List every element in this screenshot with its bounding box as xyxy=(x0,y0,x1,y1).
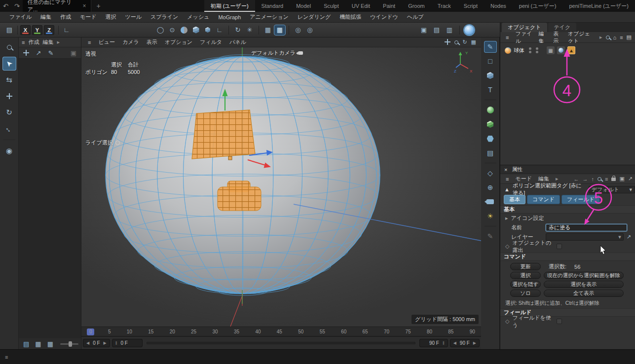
workplane-icon[interactable]: ∟ xyxy=(214,25,225,35)
light-object-icon[interactable]: ☀ xyxy=(484,210,497,222)
exposure-checkbox[interactable] xyxy=(557,244,562,249)
list-view-icon[interactable]: ▤ xyxy=(21,339,31,349)
layout-tab[interactable]: Paint xyxy=(376,0,402,12)
attr-menu-mode[interactable]: モード xyxy=(512,175,535,182)
texture-mode-icon[interactable] xyxy=(202,25,213,35)
pen-icon[interactable]: ✎ xyxy=(45,48,56,58)
layer-dropdown[interactable]: ▾ xyxy=(546,233,624,241)
material-pen-icon[interactable]: ✎ xyxy=(484,230,497,242)
range-grip-icon[interactable]: ‖ xyxy=(115,341,117,346)
preset-dropdown[interactable]: デフォルト ▾ xyxy=(589,186,635,193)
add-tab-button[interactable]: + xyxy=(91,2,105,10)
layout-tab[interactable]: peniTimeLine (ユーザー) xyxy=(562,0,635,12)
make-editable-icon[interactable] xyxy=(179,25,189,35)
vp-menu-camera[interactable]: カメラ xyxy=(119,38,143,46)
view-options-icon[interactable]: ▤ xyxy=(627,34,632,40)
deformer-icon[interactable]: ◇ xyxy=(484,167,497,179)
spline-pen-icon[interactable]: ✎ xyxy=(484,41,497,53)
visibility-dots[interactable] xyxy=(529,47,531,53)
use-fields-checkbox[interactable] xyxy=(557,319,562,324)
camera-label[interactable]: デフォルトカメラ xyxy=(251,49,303,57)
menu-edit[interactable]: 編集 xyxy=(36,13,56,21)
model-mode-icon[interactable] xyxy=(190,25,201,35)
deselect-button[interactable]: 現在の選択から選択範囲を解除 xyxy=(544,272,624,279)
menu-tools[interactable]: ツール xyxy=(121,13,147,21)
render-dots[interactable] xyxy=(536,47,538,53)
layer-picker-icon[interactable]: ↗ xyxy=(627,234,631,240)
axis-x-button[interactable]: X xyxy=(20,25,31,35)
close-icon[interactable]: × xyxy=(504,167,507,173)
vp-menu-options[interactable]: オプション xyxy=(161,38,196,46)
hide-selection-button[interactable]: 選択を隠す xyxy=(510,281,541,288)
target-icon[interactable]: ◎ xyxy=(293,25,303,35)
panel-menu-edit[interactable]: 編集 xyxy=(42,38,53,46)
film-view-icon[interactable]: ▦ xyxy=(45,339,55,349)
layout-tab[interactable]: Sculpt xyxy=(317,0,345,12)
object-tree[interactable]: 球体 ▦ ▲ xyxy=(500,43,635,165)
filter-icon[interactable]: ≡ xyxy=(620,35,623,40)
document-tab[interactable]: 任意の面にマテリア... × xyxy=(23,0,92,12)
environment-globe-icon[interactable]: ⊕ xyxy=(484,182,497,193)
chevron-right-icon[interactable]: ▸ xyxy=(57,39,60,45)
forward-icon[interactable]: → xyxy=(582,176,588,182)
name-input[interactable]: 赤に塗る xyxy=(546,224,627,231)
timeline-start-field[interactable]: ◀ 0 F ▶ xyxy=(83,339,110,347)
icon-settings-row[interactable]: ▸ アイコン設定 xyxy=(500,214,635,223)
attr-menu-edit[interactable]: 編集 xyxy=(535,175,552,182)
polygon-selection-tag-icon[interactable]: ▲ xyxy=(567,46,575,54)
layout-tab[interactable]: Nodes xyxy=(484,0,513,12)
home-icon[interactable]: ⌂ xyxy=(613,35,617,40)
layout-tab[interactable]: peni (ユーザー) xyxy=(513,0,563,12)
undo-icon[interactable]: ↶ xyxy=(0,2,11,10)
rotate-view-icon[interactable]: ↻ xyxy=(462,39,467,45)
chevron-right-icon[interactable]: ▸ xyxy=(553,176,561,182)
step-left-icon[interactable]: ◀ xyxy=(453,341,456,345)
menu-render[interactable]: レンダリング xyxy=(293,13,336,21)
popout-icon[interactable]: ↗ xyxy=(628,176,633,182)
scale-slider[interactable] xyxy=(60,343,78,345)
filter-icon[interactable]: ≡ xyxy=(605,176,608,182)
vp-menu-display[interactable]: 表示 xyxy=(143,38,161,46)
layout-tab[interactable]: Groom xyxy=(402,0,431,12)
interactive-render-sphere-icon[interactable] xyxy=(464,25,474,35)
vp-menu-panel[interactable]: パネル xyxy=(226,38,250,46)
step-right-icon[interactable]: ▶ xyxy=(104,341,107,345)
om-menu-view[interactable]: 表示 xyxy=(550,30,564,45)
layout-tab[interactable]: Track xyxy=(431,0,457,12)
tab-command[interactable]: コマンド xyxy=(527,195,560,204)
scale-tool-icon[interactable]: ↔ xyxy=(2,122,16,136)
snap-on-icon[interactable]: ▦ xyxy=(274,25,285,35)
render-settings-icon[interactable]: ▥ xyxy=(444,25,455,35)
viewport[interactable]: 透視 デフォルトカメラ 選択合計 ポリゴン805000 ライブ選択 グリッド間隔… xyxy=(81,47,481,327)
zoom-view-icon[interactable] xyxy=(454,39,458,45)
redo-icon[interactable]: ↷ xyxy=(11,2,23,10)
volume-icon[interactable] xyxy=(484,133,497,145)
current-frame-field[interactable]: ‖ 0 F xyxy=(112,339,143,347)
layout-tab[interactable]: Script xyxy=(457,0,484,12)
vp-menu-view[interactable]: ビュー xyxy=(95,38,118,46)
simulation-sphere-icon[interactable] xyxy=(484,104,497,116)
search-icon[interactable] xyxy=(606,35,610,40)
render-view-icon[interactable]: ▣ xyxy=(418,25,429,35)
lock-icon[interactable] xyxy=(611,176,616,182)
object-row[interactable]: 球体 ▦ ▲ xyxy=(500,45,635,55)
live-selection-tool[interactable]: ➤ xyxy=(2,57,16,71)
ring-tool-icon[interactable]: ◯ xyxy=(155,25,166,35)
layout-tab[interactable]: 初期 (ユーザー) xyxy=(204,0,255,12)
show-selection-button[interactable]: 選択を表示 xyxy=(544,281,624,288)
select-button[interactable]: 選択 xyxy=(510,272,541,279)
axis-y-button[interactable]: Y xyxy=(32,25,42,35)
camera-object-icon[interactable] xyxy=(484,196,497,208)
pan-view-icon[interactable] xyxy=(445,39,450,46)
modeling-axis-icon[interactable]: ◉ xyxy=(2,144,16,158)
show-all-button[interactable]: 全て表示 xyxy=(544,290,624,297)
update-button[interactable]: 更新 xyxy=(510,263,541,270)
hamburger-icon[interactable]: ≡ xyxy=(5,354,8,360)
mirror-tool-icon[interactable]: ⇆ xyxy=(2,73,16,87)
step-left-icon[interactable]: ◀ xyxy=(86,341,89,345)
gizmo-center-handle[interactable] xyxy=(228,156,232,160)
polygon-tag-icon[interactable]: ▦ xyxy=(547,46,555,54)
cube-primitive-icon[interactable] xyxy=(484,70,497,81)
left-panel-content[interactable] xyxy=(19,59,81,338)
hamburger-icon[interactable]: ≡ xyxy=(503,35,512,40)
